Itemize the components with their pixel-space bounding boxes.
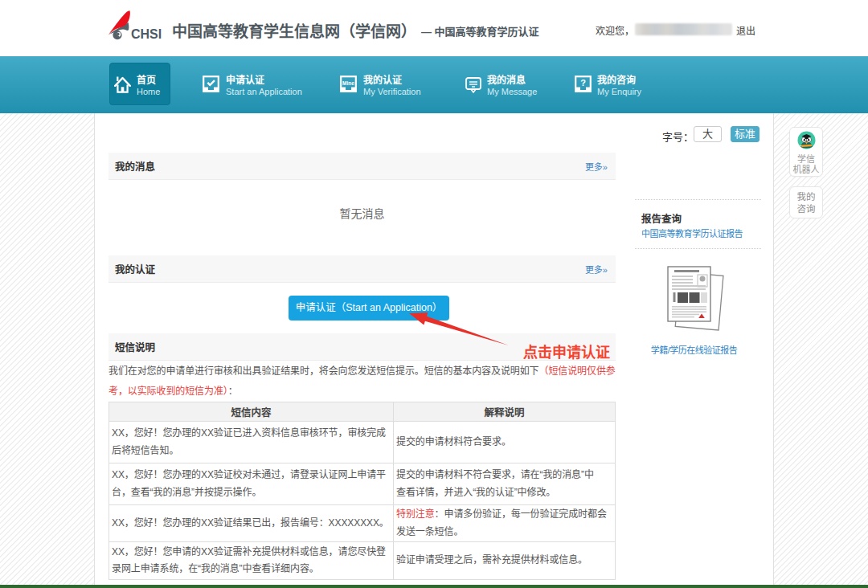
svg-text:Mine: Mine — [342, 80, 354, 86]
svg-text:?: ? — [580, 78, 586, 88]
